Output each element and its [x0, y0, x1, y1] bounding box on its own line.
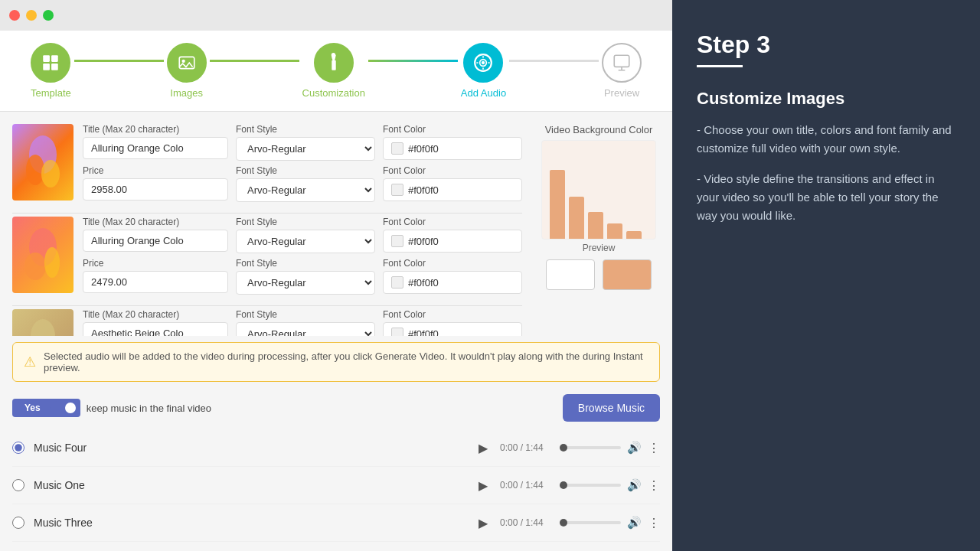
- close-button[interactable]: [9, 10, 20, 21]
- svg-rect-3: [51, 64, 58, 70]
- title-group-3: Title (Max 20 character): [83, 309, 228, 336]
- svg-rect-6: [332, 60, 335, 70]
- progress-bar-1[interactable]: [560, 446, 621, 449]
- step-preview[interactable]: Preview: [602, 43, 642, 99]
- play-button-1[interactable]: ▶: [472, 437, 494, 458]
- swatch-peach[interactable]: [603, 259, 652, 290]
- toggle-group: Yes keep music in the final video: [12, 399, 211, 417]
- right-panel: Step 3 Customize Images - Choose your ow…: [672, 0, 980, 551]
- volume-button-1[interactable]: 🔊: [627, 441, 642, 455]
- toggle-switch[interactable]: [50, 401, 77, 415]
- product-row-2: Title (Max 20 character) Font Style Arvo…: [12, 217, 522, 295]
- font-color-input-3a[interactable]: #f0f0f0: [383, 322, 522, 336]
- music-controls-3: ▶ 0:00 / 1:44 🔊 ⋮: [472, 512, 660, 533]
- notification-icon: ⚠: [24, 354, 36, 370]
- chart-preview-label: Preview: [583, 243, 616, 253]
- font-style-group-2a: Font Style Arvo-Regular: [236, 217, 375, 253]
- step-customization-circle: [314, 43, 354, 83]
- price-input-1[interactable]: [83, 178, 228, 201]
- color-value-1a: #f0f0f0: [408, 143, 439, 155]
- font-color-input-2a[interactable]: #f0f0f0: [383, 230, 522, 253]
- font-color-group-3a: Font Color #f0f0f0: [383, 309, 522, 336]
- title-input-2[interactable]: [83, 230, 228, 252]
- product-row-3: Title (Max 20 character) Font Style Arvo…: [12, 309, 522, 336]
- color-value-2b: #f0f0f0: [408, 277, 439, 289]
- step-audio-circle: [463, 43, 503, 83]
- title-label-1: Title (Max 20 character): [83, 124, 228, 135]
- separator-2: [12, 305, 522, 306]
- font-color-label-1b: Font Color: [383, 165, 522, 176]
- font-style-group-1b: Font Style Arvo-Regular: [236, 165, 375, 202]
- step-customization[interactable]: Customization: [302, 43, 365, 99]
- color-preview-section: Video Background Color Preview: [537, 124, 660, 336]
- browse-music-button[interactable]: Browse Music: [563, 394, 660, 422]
- title-input-1[interactable]: [83, 137, 228, 159]
- step-line-4: [509, 60, 599, 62]
- step-images[interactable]: Images: [167, 43, 207, 99]
- chart-bar-4: [607, 223, 622, 239]
- font-color-group-2a: Font Color #f0f0f0: [383, 217, 522, 253]
- audio-section: Yes keep music in the final video Browse…: [0, 388, 672, 551]
- minimize-button[interactable]: [26, 10, 37, 21]
- font-style-label-2a: Font Style: [236, 217, 375, 227]
- yes-toggle[interactable]: Yes: [12, 399, 80, 417]
- step-line-1: [74, 60, 164, 62]
- font-style-label-1b: Font Style: [236, 165, 375, 176]
- font-color-label-3a: Font Color: [383, 309, 522, 320]
- progress-bar-3[interactable]: [560, 521, 621, 524]
- price-input-2[interactable]: [83, 271, 228, 293]
- font-style-group-1a: Font Style Arvo-Regular: [236, 124, 375, 161]
- font-style-select-3a[interactable]: Arvo-Regular: [236, 322, 375, 336]
- maximize-button[interactable]: [43, 10, 54, 21]
- toggle-keep-music-label: keep music in the final video: [87, 403, 211, 414]
- svg-rect-0: [44, 55, 51, 62]
- progress-bar-2[interactable]: [560, 484, 621, 487]
- music-name-1: Music Four: [34, 442, 463, 454]
- font-style-select-1a[interactable]: Arvo-Regular: [236, 137, 375, 161]
- music-radio-3[interactable]: [12, 517, 24, 529]
- step-add-audio[interactable]: Add Audio: [461, 43, 506, 99]
- step-audio-label: Add Audio: [461, 87, 506, 99]
- music-controls-2: ▶ 0:00 / 1:44 🔊 ⋮: [472, 474, 660, 496]
- price-label-1: Price: [83, 165, 228, 176]
- music-radio-1[interactable]: [12, 442, 24, 454]
- color-swatch-2b: [391, 276, 403, 289]
- more-button-3[interactable]: ⋮: [648, 516, 660, 530]
- color-preview-title: Video Background Color: [545, 124, 653, 135]
- font-style-label-1a: Font Style: [236, 124, 375, 135]
- stepper: Template Images Customization Add Audio: [0, 31, 672, 112]
- step-images-circle: [167, 43, 207, 83]
- title-input-3[interactable]: [83, 322, 228, 336]
- font-style-select-2b[interactable]: Arvo-Regular: [236, 271, 375, 295]
- svg-point-12: [41, 160, 60, 187]
- music-radio-2[interactable]: [12, 479, 24, 491]
- play-button-3[interactable]: ▶: [472, 512, 494, 533]
- font-style-group-2b: Font Style Arvo-Regular: [236, 258, 375, 295]
- volume-button-3[interactable]: 🔊: [627, 516, 642, 530]
- step-template[interactable]: Template: [31, 43, 71, 99]
- font-color-label-2a: Font Color: [383, 217, 522, 227]
- music-item-3: Music Three ▶ 0:00 / 1:44 🔊 ⋮: [12, 504, 660, 542]
- font-color-group-1b: Font Color #f0f0f0: [383, 165, 522, 202]
- font-color-input-2b[interactable]: #f0f0f0: [383, 271, 522, 294]
- product-image-2: [12, 217, 74, 293]
- font-style-select-1b[interactable]: Arvo-Regular: [236, 178, 375, 202]
- font-color-input-1a[interactable]: #f0f0f0: [383, 137, 522, 160]
- play-button-2[interactable]: ▶: [472, 474, 494, 496]
- color-swatch-1b: [391, 184, 403, 196]
- color-swatches-row: [546, 259, 652, 290]
- swatch-white[interactable]: [546, 259, 595, 290]
- font-style-select-2a[interactable]: Arvo-Regular: [236, 230, 375, 253]
- content-area: Title (Max 20 character) Font Style Arvo…: [0, 112, 672, 336]
- progress-dot-2: [560, 481, 567, 489]
- volume-button-2[interactable]: 🔊: [627, 478, 642, 492]
- more-button-1[interactable]: ⋮: [648, 441, 660, 455]
- font-color-input-1b[interactable]: #f0f0f0: [383, 178, 522, 201]
- more-button-2[interactable]: ⋮: [648, 478, 660, 493]
- chart-bar-1: [550, 170, 565, 239]
- product-image-3: [12, 309, 74, 336]
- title-bar: [0, 0, 672, 31]
- products-section: Title (Max 20 character) Font Style Arvo…: [12, 124, 522, 336]
- step-template-circle: [31, 43, 70, 83]
- title-group-2: Title (Max 20 character): [83, 217, 228, 253]
